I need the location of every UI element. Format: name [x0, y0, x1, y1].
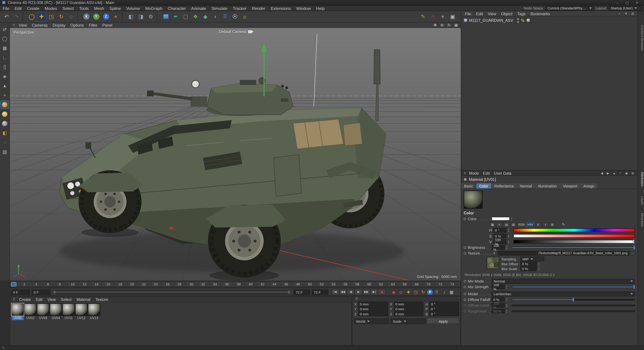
object-menu-item[interactable]: Tags	[515, 11, 528, 16]
material-menu-item[interactable]: Texture	[93, 297, 111, 302]
object-tree-item[interactable]: M1117_GUARDIAN_ASV	[461, 17, 637, 23]
material-tab[interactable]: Illumination	[535, 183, 560, 188]
phong-tag-icon[interactable]	[526, 18, 531, 23]
record-button[interactable]: ●	[378, 289, 386, 295]
current-frame-field[interactable]: 0 F	[11, 289, 30, 295]
diffuse-falloff-slider[interactable]	[512, 299, 635, 300]
texture-path-field[interactable]: /TexturesMap/9_M1117 Guardian ASV_Base_c…	[498, 251, 629, 255]
menu-item[interactable]: Help	[314, 5, 327, 11]
mix-strength-field[interactable]: 100 %	[492, 285, 505, 289]
texture-tag-icon[interactable]	[520, 18, 525, 23]
pan-view-icon[interactable]: ✚	[432, 23, 438, 27]
render-view-button[interactable]: ◧	[126, 12, 136, 22]
keyframe-dot[interactable]	[464, 252, 466, 254]
grip-icon[interactable]: ⠿	[355, 297, 358, 301]
viewport-menu-item[interactable]: Filter	[86, 22, 100, 28]
menu-item[interactable]: Create	[24, 5, 42, 11]
playback-settings-icon[interactable]: ▦	[448, 289, 455, 295]
material-tab[interactable]: Color	[476, 183, 491, 188]
key-parameter-toggle[interactable]: P	[427, 289, 433, 295]
menu-item[interactable]: Spline	[107, 5, 124, 11]
autokey-toggle[interactable]: ◉	[390, 289, 397, 295]
position-field[interactable]: 0 mm	[358, 307, 388, 311]
material-menu-item[interactable]: View	[45, 297, 58, 302]
model-mode-button[interactable]: ◯	[0, 34, 9, 43]
viewport-canvas[interactable]: Perspective Default Camera Grid Spacing …	[10, 28, 461, 280]
rotate-view-icon[interactable]: ↻	[446, 23, 452, 27]
object-menu-item[interactable]: View	[485, 11, 498, 16]
keyframe-dot[interactable]	[464, 298, 466, 301]
mix-strength-slider[interactable]	[512, 286, 635, 288]
render-picture-viewer-button[interactable]: ◨	[136, 12, 146, 22]
material-thumbnail[interactable]: UV03	[37, 304, 49, 320]
menu-item[interactable]: Window	[294, 5, 314, 11]
prev-key-button[interactable]: ◀◀	[339, 289, 346, 295]
snap-settings-icon[interactable]: ∩	[428, 12, 438, 22]
spinner[interactable]: ▴▾	[505, 297, 508, 302]
spinner[interactable]: ▴▾	[510, 216, 514, 221]
add-mograph-button[interactable]: ⠿	[220, 12, 230, 22]
keyframe-dot[interactable]	[464, 246, 466, 249]
coord-system-toggle[interactable]: ⌖	[111, 12, 120, 22]
blur-offset-field[interactable]: 0 %	[520, 262, 537, 266]
texture-mode-button[interactable]: ▦	[0, 44, 9, 52]
up-icon[interactable]: ▲	[612, 171, 617, 175]
texture-axis-mode-button[interactable]	[0, 110, 9, 118]
tab-attributes[interactable]: Attributes	[638, 172, 644, 186]
viewport-menu-item[interactable]: Panel	[100, 22, 115, 28]
menu-item[interactable]: Extensions	[268, 5, 294, 11]
node-space-select[interactable]: Current (Standard/Physical)	[546, 6, 594, 10]
maximize-button[interactable]: ▢	[622, 1, 632, 5]
max-frame-field[interactable]: 72 F	[312, 289, 328, 295]
rotation-field[interactable]: 0 °	[429, 307, 459, 311]
browse-button[interactable]: …	[630, 251, 635, 255]
attribute-menu-item[interactable]: User Data	[492, 170, 514, 176]
keyframe-selection-toggle[interactable]: ◇	[398, 289, 404, 295]
attribute-menu-item[interactable]: Edit	[481, 170, 492, 176]
z-axis-lock[interactable]: Z	[101, 12, 111, 22]
rotation-field[interactable]: 0 °	[429, 302, 459, 306]
panel-icon[interactable]: ⊞	[630, 171, 636, 175]
material-tab[interactable]: Normal	[517, 183, 535, 188]
color-swatch[interactable]	[492, 217, 510, 220]
keyframe-dot[interactable]	[464, 217, 466, 220]
add-simulate-button[interactable]: ⦿	[230, 12, 240, 22]
end-frame-field[interactable]: 72 F	[294, 289, 310, 295]
enable-axis-button[interactable]: ⌖	[0, 91, 9, 100]
material-preview-sphere[interactable]	[88, 304, 100, 316]
add-volume-button[interactable]: ◆	[201, 12, 210, 22]
hamburger-icon[interactable]: ≡	[464, 171, 466, 175]
spectrum-mode-button[interactable]: ▤	[503, 222, 510, 227]
eyedropper-icon[interactable]: ✎	[562, 222, 565, 227]
model-select[interactable]: Lambertian	[492, 291, 635, 296]
menu-item[interactable]: Edit	[12, 5, 24, 11]
texture-thumbnail[interactable]	[487, 257, 499, 269]
hsv-gradient-bar[interactable]	[513, 240, 635, 243]
undo-icon[interactable]: ↶	[2, 12, 11, 22]
material-menu-item[interactable]: Select	[58, 297, 74, 302]
points-mode-button[interactable]: ⣿	[0, 63, 9, 71]
play-button[interactable]: ▶	[355, 289, 362, 295]
material-preview-sphere[interactable]	[75, 304, 88, 316]
attribute-menu-item[interactable]: Mode	[467, 170, 481, 176]
grip-icon[interactable]: ⠿	[13, 297, 16, 301]
material-tab[interactable]: Reflectance	[491, 183, 517, 188]
separator[interactable]	[122, 12, 125, 21]
separator[interactable]	[157, 12, 160, 21]
render-settings-button[interactable]: ⚙	[146, 12, 155, 22]
camera-icon[interactable]	[248, 30, 252, 33]
swatch-mode-button[interactable]: ▦	[489, 222, 496, 227]
object-axis-mode-button[interactable]	[0, 100, 9, 109]
add-deformer-button[interactable]: ◖	[210, 12, 220, 22]
spinner[interactable]: ▴▾	[507, 228, 510, 232]
object-menu-item[interactable]: Object	[499, 11, 515, 16]
texture-dropdown-button[interactable]: ▾	[492, 251, 497, 255]
polygons-mode-button[interactable]: ▲	[0, 82, 9, 90]
add-modeling-button[interactable]: ❖	[191, 12, 200, 22]
viewport-menu-item[interactable]: Cameras	[30, 22, 50, 28]
search-icon[interactable]: ⌕	[617, 11, 622, 16]
keyframe-dot[interactable]	[464, 280, 466, 282]
search-icon[interactable]: ⌕	[618, 171, 623, 175]
spinner[interactable]: ▴▾	[507, 239, 510, 244]
material-thumbnail[interactable]: UV02	[24, 304, 36, 320]
